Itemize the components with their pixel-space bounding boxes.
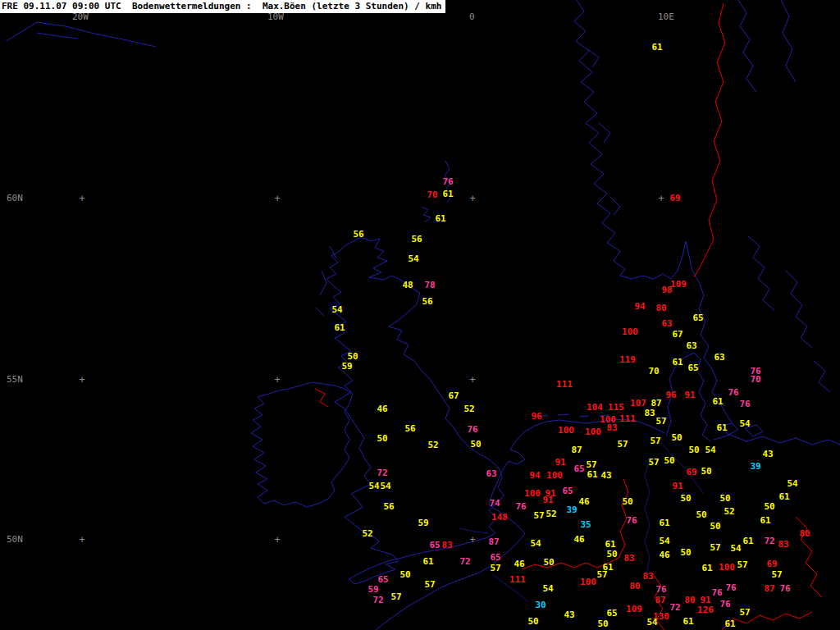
station-gust-value: 50 [622, 497, 632, 506]
station-gust-value: 50 [377, 434, 387, 443]
station-gust-value: 61 [742, 536, 753, 546]
station-gust-value: 100 [622, 327, 638, 336]
station-gust-value: 76 [515, 502, 526, 511]
station-gust-value: 43 [762, 450, 773, 459]
station-gust-value: 72 [459, 557, 470, 566]
station-gust-value: 46 [377, 404, 387, 413]
coastline-norway-fjord-1 [587, 49, 599, 67]
station-gust-value: 94 [529, 471, 540, 480]
weather-map-screen: FRE 09.11.07 09:00 UTC Bodenwettermeldun… [0, 0, 840, 630]
station-gust-value: 80 [799, 529, 810, 538]
station-gust-value: 54 [408, 254, 418, 263]
station-gust-value: 54 [787, 479, 797, 488]
station-gust-value: 50 [470, 440, 481, 449]
coastline-iceland [7, 22, 156, 47]
station-gust-value: 39 [566, 505, 577, 514]
station-gust-value: 57 [771, 570, 782, 579]
station-gust-value: 61 [701, 564, 712, 573]
station-gust-value: 50 [347, 352, 358, 361]
station-gust-value: 50 [606, 550, 617, 559]
station-gust-value: 54 [646, 618, 657, 627]
station-gust-value: 56 [422, 297, 432, 306]
station-gust-value: 57 [710, 543, 720, 552]
longitude-label: 10W [267, 12, 284, 21]
station-gust-value: 94 [634, 302, 645, 311]
station-gust-value: 50 [719, 494, 730, 503]
station-gust-value: 100 [558, 426, 574, 435]
station-gust-value: 91 [542, 495, 553, 504]
latitude-label: 60N [7, 194, 23, 203]
station-gust-value: 65 [429, 541, 440, 550]
station-gust-value: 61 [659, 518, 669, 527]
station-gust-value: 83 [644, 409, 655, 418]
station-gust-value: 57 [648, 458, 659, 467]
coastline-norway-fjord-2 [599, 123, 610, 143]
station-gust-value: 76 [442, 177, 453, 186]
station-gust-value: 57 [424, 580, 435, 589]
station-gust-value: 50 [543, 558, 554, 567]
station-gust-value: 50 [701, 467, 711, 476]
station-gust-value: 57 [655, 417, 666, 426]
border-northern-ireland [315, 389, 328, 407]
station-gust-value: 61 [442, 189, 453, 199]
station-gust-value: 115 [608, 403, 624, 412]
station-gust-value: 46 [573, 535, 584, 544]
station-gust-value: 76 [779, 584, 790, 593]
station-gust-value: 72 [377, 468, 387, 477]
station-gust-value: 80 [655, 304, 666, 313]
station-gust-value: 54 [739, 419, 750, 428]
station-gust-value: 65 [687, 363, 698, 372]
station-gust-value: 50 [688, 445, 699, 454]
latitude-label: 50N [7, 535, 23, 544]
station-gust-value: 76 [739, 399, 750, 409]
station-gust-value: 72 [669, 603, 680, 612]
station-gust-value: 61 [712, 397, 723, 406]
station-gust-value: 61 [435, 214, 445, 223]
river-thames [459, 528, 489, 533]
station-gust-value: 87 [651, 399, 661, 408]
station-gust-value: 83 [778, 540, 788, 549]
coastlines-group [7, 0, 840, 630]
graticule-cross: + [274, 194, 280, 203]
station-gust-value: 61 [422, 557, 433, 566]
station-gust-value: 56 [411, 235, 422, 244]
station-gust-value: 54 [331, 305, 342, 314]
station-gust-value: 50 [399, 570, 410, 579]
station-gust-value: 148 [491, 513, 508, 522]
graticule-cross: + [469, 194, 475, 203]
station-gust-value: 91 [684, 390, 695, 399]
station-gust-value: 30 [535, 600, 546, 609]
station-gust-value: 69 [669, 194, 680, 203]
station-gust-value: 100 [719, 563, 735, 572]
graticule-cross: + [469, 535, 475, 545]
coastline-norway-fjord-3 [610, 197, 620, 215]
station-gust-value: 109 [626, 605, 642, 614]
station-gust-value: 59 [368, 585, 378, 594]
station-gust-value: 61 [587, 470, 597, 479]
coastline-sweden-north-2 [781, 0, 796, 82]
station-gust-value: 87 [571, 445, 582, 454]
station-gust-value: 50 [671, 433, 682, 442]
station-gust-value: 63 [486, 469, 496, 478]
coastline-sweden-north-1 [738, 0, 756, 92]
border-norway-sweden [694, 3, 725, 277]
station-gust-value: 72 [372, 596, 383, 605]
station-gust-value: 96 [531, 412, 541, 421]
station-gust-value: 54 [542, 584, 553, 593]
station-gust-value: 61 [724, 619, 735, 628]
station-gust-value: 56 [353, 230, 363, 239]
station-gust-value: 65 [562, 486, 573, 495]
station-gust-value: 52 [427, 441, 438, 450]
station-gust-value: 67 [448, 391, 459, 400]
station-gust-value: 43 [600, 471, 611, 480]
station-gust-value: 57 [533, 511, 544, 520]
river-rhine [645, 459, 650, 574]
station-gust-value: 100 [585, 427, 601, 436]
station-gust-value: 50 [597, 619, 608, 628]
station-gust-value: 91 [672, 482, 682, 491]
station-gust-value: 57 [617, 440, 628, 449]
station-gust-value: 76 [719, 600, 730, 609]
station-gust-value: 56 [404, 424, 415, 433]
coastline-orkney [422, 207, 431, 222]
longitude-label: 0 [469, 12, 475, 21]
